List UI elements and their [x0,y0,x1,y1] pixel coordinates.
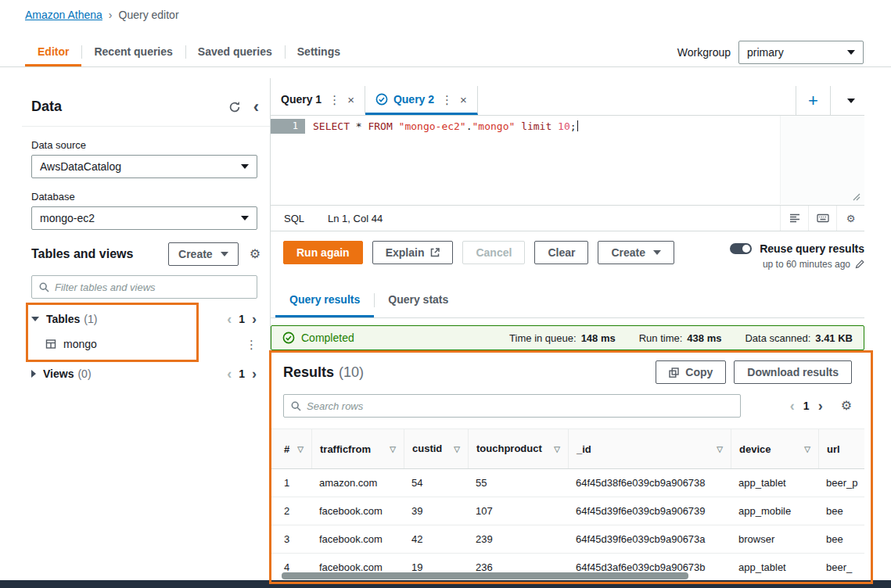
data-panel-title: Data [31,99,62,115]
column-header-trafficfrom[interactable]: trafficfrom▽ [311,429,404,468]
database-select[interactable]: mongo-ec2 [31,206,257,230]
database-label: Database [31,191,257,203]
workgroup-label: Workgroup [677,46,731,59]
table-cell: 64f45d39f6e039cb9a906739 [568,505,731,517]
tab-recent-queries[interactable]: Recent queries [81,38,185,66]
table-cell: bee [818,533,864,545]
collapse-panel-icon[interactable]: ‹ [253,99,259,116]
results-title: Results [283,364,334,381]
reuse-results-toggle[interactable] [730,243,752,254]
column-filter-icon[interactable]: ▽ [386,445,396,454]
data-source-label: Data source [31,139,257,151]
table-cell: facebook.com [311,505,404,517]
success-icon [282,332,295,344]
metric-label: Run time: [639,332,683,344]
breadcrumb-link-athena[interactable]: Amazon Athena [25,9,102,21]
column-filter-icon[interactable]: ▽ [713,445,723,454]
column-header-label: touchproduct [476,443,547,455]
editor-settings-icon[interactable]: ⚙ [836,206,864,231]
chevron-down-icon [241,164,249,169]
column-header-row-number[interactable]: #▽ [271,429,311,468]
column-filter-icon[interactable]: ▽ [551,445,560,454]
column-filter-icon[interactable]: ▽ [801,445,810,454]
editor-gutter: 1 [271,116,305,205]
pagination-prev-icon[interactable]: ‹ [223,367,235,381]
create-button-label: Create [178,248,213,260]
tab-settings[interactable]: Settings [285,38,353,66]
query-editor-panel: Query 1 ⋮ × Query 2 ⋮ × + 1 SELECT * FRO… [271,86,864,580]
tab-saved-queries-label: Saved queries [198,45,272,58]
workgroup-select[interactable]: primary [738,41,864,64]
workgroup-control: Workgroup primary [677,41,864,64]
query-tab-menu-icon[interactable]: ⋮ [327,94,342,106]
create-button[interactable]: Create [168,242,239,266]
copy-button[interactable]: Copy [656,360,726,384]
cancel-button[interactable]: Cancel [462,241,525,264]
tab-query-stats[interactable]: Query stats [374,283,462,317]
column-filter-icon[interactable]: ▽ [451,445,460,454]
horizontal-scrollbar[interactable] [282,572,688,579]
query-tab-2-label: Query 2 [393,93,434,106]
tab-editor[interactable]: Editor [25,38,81,66]
chevron-down-icon [221,252,228,256]
search-rows-input[interactable] [283,394,741,418]
query-tab-menu-icon[interactable]: ⋮ [440,94,454,106]
table-options-icon[interactable]: ⋮ [244,339,259,350]
reuse-results-label: Reuse query results [760,242,864,255]
tables-pagination: ‹ 1 › [223,312,260,326]
keyboard-shortcuts-icon[interactable] [808,206,836,231]
clear-button[interactable]: Clear [534,241,588,264]
tab-query-results-label: Query results [289,293,360,306]
column-filter-icon[interactable]: ▽ [294,445,304,454]
tab-query-stats-label: Query stats [388,293,448,306]
pagination-next-icon[interactable]: › [248,312,260,326]
table-cell: bee [818,505,864,517]
refresh-icon[interactable] [228,101,241,113]
filter-tables-field[interactable] [55,281,250,293]
pagination-prev-icon[interactable]: ‹ [223,312,235,326]
table-cell: app_tablet [731,477,818,489]
tab-query-results[interactable]: Query results [275,283,374,317]
query-tab-2[interactable]: Query 2 ⋮ × [365,86,478,115]
query-saved-check-icon [375,93,388,106]
column-header-touchproduct[interactable]: touchproduct▽ [468,429,568,468]
edit-pencil-icon[interactable] [855,260,864,269]
views-section-row: Views (0) ‹ 1 › [22,361,270,386]
close-tab-icon[interactable]: × [460,94,467,106]
query-tab-1[interactable]: Query 1 ⋮ × [271,86,365,115]
expand-section-icon[interactable] [31,370,36,378]
create-dropdown-button[interactable]: Create [598,241,674,264]
code-editor[interactable]: 1 SELECT * FROM "mongo-ec2"."mongo" limi… [271,116,864,205]
results-toolbar: ‹ 1 › ⚙ [283,394,852,418]
database-value: mongo-ec2 [40,212,235,224]
close-tab-icon[interactable]: × [347,94,354,106]
download-results-button[interactable]: Download results [734,360,852,384]
metric-run-time: Run time: 438 ms [639,332,722,344]
column-header-device[interactable]: device▽ [731,429,818,468]
filter-tables-input[interactable] [31,275,257,299]
gear-icon[interactable]: ⚙ [250,248,260,260]
results-settings-icon[interactable]: ⚙ [841,400,852,412]
new-query-button[interactable]: + [796,86,830,115]
format-query-icon[interactable] [780,206,808,231]
data-source-select[interactable]: AwsDataCatalog [31,155,257,178]
metric-data-scanned: Data scanned: 3.41 KB [745,332,853,344]
column-header-url[interactable]: url▽ [818,429,864,468]
collapse-section-icon[interactable] [31,317,39,321]
pagination-next-icon[interactable]: › [814,399,827,413]
resize-handle-icon[interactable] [853,193,860,201]
workgroup-value: primary [747,46,841,59]
search-rows-field[interactable] [307,400,733,412]
run-again-button[interactable]: Run again [283,241,363,264]
column-header-custid[interactable]: custid▽ [404,429,468,468]
results-pagination: ‹ 1 › ⚙ [786,399,852,413]
editor-status-bar: SQL Ln 1, Col 44 ⚙ [271,205,864,231]
explain-button[interactable]: Explain [372,241,454,264]
pagination-prev-icon[interactable]: ‹ [786,399,799,413]
column-header-_id[interactable]: _id▽ [568,429,731,468]
tab-saved-queries[interactable]: Saved queries [185,38,285,66]
query-tab-list-button[interactable] [830,86,864,115]
chevron-down-icon [847,50,855,55]
table-item-mongo[interactable]: mongo ⋮ [22,332,270,357]
pagination-next-icon[interactable]: › [248,367,260,381]
